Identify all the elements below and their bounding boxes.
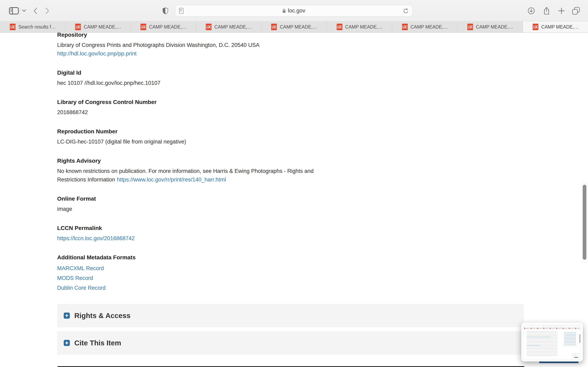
address-url: loc.gov	[288, 8, 305, 14]
rights-advisory-text-line1: No known restrictions on publication. Fo…	[57, 168, 314, 174]
tab-title: CAMP MEADE,…	[476, 24, 513, 30]
tab-overview-icon[interactable]	[572, 7, 580, 15]
loc-favicon-icon: LOC	[271, 24, 277, 30]
mini-link-line	[527, 337, 551, 337]
loc-favicon-icon: LOC	[533, 24, 538, 30]
preview-mini-body	[523, 329, 581, 359]
accordion-title: Rights & Access	[74, 312, 130, 320]
address-bar[interactable]: loc.gov	[175, 5, 412, 17]
mods-record-link[interactable]: MODS Record	[57, 273, 343, 283]
field-label: Digital Id	[57, 68, 343, 77]
tab-camp-meade-active[interactable]: LOC CAMP MEADE,…	[523, 21, 588, 33]
preview-mini-toolbar	[523, 325, 581, 327]
tab-title: CAMP MEADE,…	[345, 24, 383, 30]
mini-tab	[562, 327, 568, 329]
field-label: Repository	[57, 31, 343, 39]
field-value: image	[57, 205, 343, 213]
preview-mini-tabbar	[523, 327, 581, 329]
loc-favicon-icon: LOC	[75, 24, 81, 30]
field-label: Additional Metadata Formats	[57, 253, 343, 262]
field-value: LC-DIG-hec-10107 (digital file from orig…	[57, 137, 343, 146]
new-tab-icon[interactable]	[558, 8, 564, 14]
field-value: hec 10107 //hdl.loc.gov/loc.pnp/hec.1010…	[57, 79, 343, 87]
reload-icon[interactable]	[403, 8, 409, 14]
screenshot-preview-thumbnail[interactable]	[521, 323, 583, 361]
field-reproduction-number: Reproduction Number LC-DIG-hec-10107 (di…	[57, 127, 343, 146]
mini-sidebar-links	[563, 331, 577, 347]
loc-favicon-icon: LOC	[337, 24, 342, 30]
reader-mode-icon[interactable]	[179, 8, 183, 14]
field-metadata-formats: Additional Metadata Formats MARCXML Reco…	[57, 253, 343, 293]
field-online-format: Online Format image	[57, 194, 343, 213]
scrollbar-track[interactable]	[582, 182, 588, 263]
mini-tab	[574, 327, 581, 329]
lccn-permalink-link[interactable]: https://lccn.loc.gov/2016868742	[57, 234, 343, 243]
expand-plus-icon[interactable]	[64, 313, 70, 319]
field-value: No known restrictions on publication. Fo…	[57, 167, 343, 184]
mini-tab	[568, 327, 574, 329]
back-button-icon[interactable]	[34, 7, 38, 14]
field-rights-advisory: Rights Advisory No known restrictions on…	[57, 157, 343, 184]
loc-favicon-icon: LOC	[10, 24, 16, 30]
tab-title: CAMP MEADE,…	[214, 24, 252, 30]
mini-tab	[555, 327, 562, 329]
share-icon[interactable]	[543, 7, 550, 15]
accordion-title: Cite This Item	[74, 339, 121, 347]
mini-tab	[530, 327, 536, 329]
page-footer-edge	[58, 366, 524, 367]
mini-nested-thumbnail	[572, 353, 579, 358]
field-repository: Repository Library of Congress Prints an…	[57, 31, 343, 58]
item-metadata-fields: Repository Library of Congress Prints an…	[57, 31, 343, 303]
field-value: Library of Congress Prints and Photograp…	[57, 41, 343, 49]
browser-toolbar: loc.gov	[0, 0, 588, 21]
field-label: Library of Congress Control Number	[57, 98, 343, 106]
tab-title: CAMP MEADE,…	[411, 24, 448, 30]
mini-tab	[536, 327, 543, 329]
loc-favicon-icon: LOC	[402, 24, 408, 30]
page-content: Repository Library of Congress Prints an…	[0, 33, 588, 367]
sidebar-chevron-down-icon[interactable]	[22, 9, 26, 12]
mini-text-lines	[527, 331, 557, 356]
rights-advisory-link[interactable]: https://www.loc.gov/rr/print/res/140_har…	[117, 176, 226, 183]
marcxml-record-link[interactable]: MARCXML Record	[57, 263, 343, 273]
field-label: Reproduction Number	[57, 127, 343, 136]
mini-tab	[549, 327, 555, 329]
tab-title: CAMP MEADE,…	[149, 24, 187, 30]
loc-favicon-icon: LOC	[467, 24, 473, 30]
tab-title: Search results f…	[18, 24, 56, 30]
tab-title: CAMP MEADE,…	[84, 24, 121, 30]
field-control-number: Library of Congress Control Number 20168…	[57, 98, 343, 117]
field-label: Rights Advisory	[57, 157, 343, 165]
loc-favicon-icon: LOC	[140, 24, 146, 30]
tab-camp-meade-7[interactable]: LOC CAMP MEADE,…	[458, 21, 523, 33]
mini-scrollbar	[579, 334, 580, 343]
address-center: loc.gov	[282, 8, 305, 14]
mini-link-line	[527, 345, 540, 346]
tab-camp-meade-6[interactable]: LOC CAMP MEADE,…	[392, 21, 458, 33]
field-label: LCCN Permalink	[57, 224, 343, 233]
downloads-icon[interactable]	[528, 7, 535, 14]
accordion-rights-and-access[interactable]: Rights & Access	[57, 304, 524, 327]
toolbar-divider	[20, 7, 20, 14]
field-digital-id: Digital Id hec 10107 //hdl.loc.gov/loc.p…	[57, 68, 343, 87]
rights-advisory-text-line2: Restrictions Information	[57, 176, 115, 183]
accordion-cite-this-item[interactable]: Cite This Item	[57, 331, 524, 355]
dublin-core-record-link[interactable]: Dublin Core Record	[57, 283, 343, 293]
expand-plus-icon[interactable]	[64, 340, 70, 346]
field-value: 2016868742	[57, 108, 343, 117]
loc-favicon-icon: LOC	[206, 24, 212, 30]
field-label: Online Format	[57, 194, 343, 203]
mini-tab	[543, 327, 549, 329]
sidebar-toggle-icon[interactable]	[9, 7, 19, 15]
lock-icon	[282, 8, 286, 13]
tab-search-results[interactable]: LOC Search results f…	[0, 21, 65, 33]
mini-tab	[523, 327, 530, 329]
forward-button-icon[interactable]	[45, 7, 49, 14]
field-lccn-permalink: LCCN Permalink https://lccn.loc.gov/2016…	[57, 224, 343, 243]
scrollbar-thumb[interactable]	[583, 185, 586, 260]
preview-mini-page	[523, 325, 581, 359]
repository-link[interactable]: http://hdl.loc.gov/loc.pnp/pp.print	[57, 49, 343, 58]
tab-title: CAMP MEADE,…	[280, 24, 317, 30]
tab-title: CAMP MEADE,…	[541, 24, 579, 30]
privacy-shield-icon[interactable]	[163, 7, 168, 14]
